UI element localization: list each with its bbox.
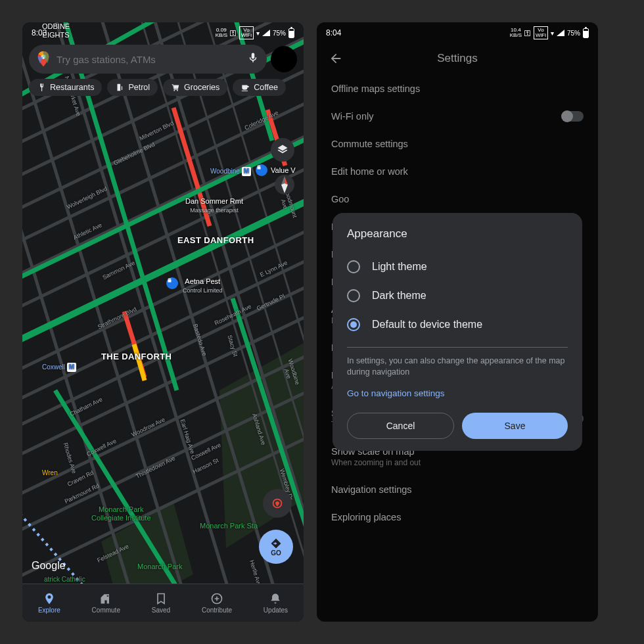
settings-phone: 8:04 10.4KB/S ⚿ VoWiFi ▾ 75% Settings Of… — [317, 22, 598, 622]
poi-park[interactable]: atrick Catholic — [44, 576, 85, 584]
nav-commute[interactable]: Commute — [92, 592, 120, 614]
status-bar: 8:03 0.09KB/S ⚿ VoWiFi ▾ 75% — [22, 22, 304, 42]
signal-icon — [262, 30, 270, 36]
battery-icon — [288, 28, 294, 38]
option-device-theme[interactable]: Default to device theme — [347, 310, 568, 339]
metro-label[interactable]: CoxwellM — [42, 363, 76, 372]
battery-text: 75% — [273, 30, 286, 37]
metro-label[interactable]: WoodbineM — [210, 167, 251, 176]
category-chips: Restaurants Petrol Groceries Coffee — [22, 79, 304, 96]
dialog-title: Appearance — [347, 227, 568, 241]
poi-park[interactable]: Monarch Park Collegiate Institute — [91, 505, 151, 522]
area-label: THE DANFORTH — [101, 352, 172, 362]
vpn-icon: ⚿ — [230, 30, 237, 37]
poi-label[interactable]: Dan Sommer RmtMassage therapist — [185, 197, 243, 214]
vowifi-icon: VoWiFi — [534, 26, 548, 39]
mic-icon[interactable] — [247, 52, 259, 66]
svg-point-40 — [177, 90, 178, 91]
svg-point-39 — [173, 90, 175, 91]
area-label: EAST DANFORTH — [177, 236, 254, 246]
store-pin-icon[interactable] — [256, 164, 267, 176]
chip-groceries[interactable]: Groceries — [163, 79, 227, 96]
maps-phone: EAST DANFORTH THE DANFORTH Dan Sommer Rm… — [22, 22, 304, 622]
go-button[interactable]: GO — [259, 530, 293, 564]
signal-icon — [557, 30, 564, 36]
radio-icon — [347, 260, 360, 273]
svg-text:?: ? — [276, 501, 279, 507]
status-time: 8:04 — [326, 28, 341, 37]
wifi-icon: ▾ — [256, 30, 260, 37]
save-button[interactable]: Save — [462, 413, 568, 439]
store-pin-icon[interactable] — [166, 277, 178, 289]
chip-coffee[interactable]: Coffee — [233, 79, 286, 96]
chip-petrol[interactable]: Petrol — [107, 79, 158, 96]
status-time: 8:03 — [32, 28, 47, 37]
vpn-icon: ⚿ — [524, 30, 531, 37]
battery-icon — [583, 28, 589, 38]
wifi-icon: ▾ — [551, 30, 554, 37]
poi-label[interactable]: Wren — [42, 469, 58, 477]
locate-button[interactable]: ? — [263, 489, 292, 518]
divider — [347, 347, 568, 348]
search-bar[interactable] — [29, 45, 267, 74]
battery-text: 75% — [567, 30, 580, 37]
compass-icon[interactable] — [273, 173, 296, 196]
google-logo: Google — [32, 560, 66, 572]
search-input[interactable] — [57, 54, 241, 65]
option-dark-theme[interactable]: Dark theme — [347, 281, 568, 310]
radio-icon — [347, 289, 360, 302]
radio-icon — [347, 318, 360, 331]
nav-updates[interactable]: Updates — [264, 592, 288, 614]
chip-restaurants[interactable]: Restaurants — [29, 79, 102, 96]
nav-explore[interactable]: Explore — [38, 592, 60, 614]
poi-park[interactable]: Monarch Park Sta — [200, 522, 258, 530]
profile-avatar[interactable] — [271, 46, 297, 72]
poi-label[interactable]: Aetna PestControl Limited — [183, 277, 223, 294]
map-canvas[interactable]: EAST DANFORTH THE DANFORTH Dan Sommer Rm… — [22, 22, 304, 622]
bottom-nav: Explore Commute Saved Contribute Updates — [22, 584, 304, 622]
layers-button[interactable] — [271, 138, 294, 162]
poi-park[interactable]: Monarch Park — [137, 563, 182, 571]
cancel-button[interactable]: Cancel — [347, 413, 454, 439]
dialog-hint: In settings, you can also change the app… — [347, 356, 568, 378]
vowifi-icon: VoWiFi — [239, 26, 254, 39]
nav-saved[interactable]: Saved — [152, 592, 170, 614]
option-light-theme[interactable]: Light theme — [347, 252, 568, 281]
nav-settings-link[interactable]: Go to navigation settings — [347, 388, 568, 398]
appearance-dialog: Appearance Light theme Dark theme Defaul… — [333, 213, 582, 451]
nav-contribute[interactable]: Contribute — [202, 592, 232, 614]
maps-logo-icon — [37, 51, 50, 67]
status-bar: 8:04 10.4KB/S ⚿ VoWiFi ▾ 75% — [317, 22, 598, 42]
